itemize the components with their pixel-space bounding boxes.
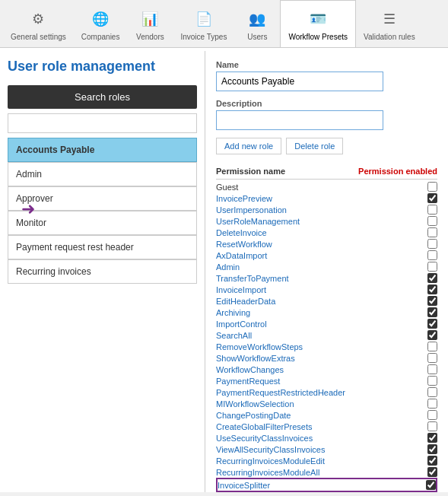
role-item-recurring-invoices[interactable]: Recurring invoices xyxy=(8,259,197,284)
nav-item-users[interactable]: 👥 Users xyxy=(234,1,280,47)
perm-checkbox-24[interactable] xyxy=(427,456,437,466)
perm-checkbox-25[interactable] xyxy=(427,467,437,477)
perm-row-26: InvoiceSplitter xyxy=(216,478,437,492)
delete-role-button[interactable]: Delete role xyxy=(286,138,343,154)
perm-checkbox-23[interactable] xyxy=(427,444,437,454)
perm-row-17: PaymentRequest xyxy=(216,375,437,386)
permissions-header: Permission name Permission enabled xyxy=(216,164,437,180)
perm-checkbox-13[interactable] xyxy=(427,330,437,340)
perm-name-24[interactable]: RecurringInvoicesModuleEdit xyxy=(216,456,325,466)
validation-rules-icon: ☰ xyxy=(377,7,402,31)
perm-checkbox-1[interactable] xyxy=(427,193,437,203)
perm-name-13[interactable]: SearchAll xyxy=(216,331,252,340)
perm-checkbox-6[interactable] xyxy=(427,250,437,260)
perm-name-10[interactable]: EditHeaderData xyxy=(216,297,275,306)
perm-row-6: AxDataImport xyxy=(216,250,437,261)
perm-checkbox-18[interactable] xyxy=(427,387,437,397)
nav-item-vendors[interactable]: 📊 Vendors xyxy=(127,1,173,47)
perm-row-1: InvoicePreview xyxy=(216,192,437,204)
perm-row-4: DeleteInvoice xyxy=(216,227,437,238)
perm-checkbox-20[interactable] xyxy=(427,410,437,420)
nav-item-validation-rules[interactable]: ☰ Validation rules xyxy=(356,1,423,47)
role-item-monitor[interactable]: Monitor xyxy=(8,211,197,235)
perm-row-9: InvoiceImport xyxy=(216,284,437,295)
perm-name-26[interactable]: InvoiceSplitter xyxy=(218,481,270,490)
perm-name-17[interactable]: PaymentRequest xyxy=(216,377,280,386)
perm-checkbox-9[interactable] xyxy=(427,285,437,294)
perm-name-8[interactable]: TransferToPayment xyxy=(216,274,289,283)
perm-name-16[interactable]: WorkflowChanges xyxy=(216,365,284,374)
perm-name-0: Guest xyxy=(216,183,238,192)
workflow-presets-icon: 🪪 xyxy=(306,7,330,31)
role-item-admin[interactable]: Admin xyxy=(8,162,197,186)
perm-name-14[interactable]: RemoveWorkflowSteps xyxy=(216,342,303,351)
nav-label-vendors: Vendors xyxy=(136,33,164,41)
invoice-types-icon: 📄 xyxy=(192,7,216,31)
perm-name-21[interactable]: CreateGlobalFilterPresets xyxy=(216,422,313,431)
perm-name-9[interactable]: InvoiceImport xyxy=(216,285,266,294)
perm-name-5[interactable]: ResetWorkflow xyxy=(216,240,272,249)
perm-row-24: RecurringInvoicesModuleEdit xyxy=(216,455,437,466)
perm-row-10: EditHeaderData xyxy=(216,295,437,307)
perm-row-0: Guest xyxy=(216,181,437,192)
perm-name-19[interactable]: MIWorkflowSelection xyxy=(216,399,294,409)
name-input[interactable] xyxy=(216,72,383,91)
perm-name-15[interactable]: ShowWorkflowExtras xyxy=(216,354,295,363)
role-item-payment-request[interactable]: Payment request rest header xyxy=(8,235,197,259)
nav-item-companies[interactable]: 🌐 Companies xyxy=(74,1,128,47)
add-new-role-button[interactable]: Add new role xyxy=(216,138,281,154)
nav-item-general-settings[interactable]: ⚙ General settings xyxy=(3,1,74,47)
perm-checkbox-16[interactable] xyxy=(427,364,437,374)
perm-checkbox-4[interactable] xyxy=(427,227,437,237)
nav-label-workflow-presets: Workflow Presets xyxy=(288,33,348,41)
perm-name-4[interactable]: DeleteInvoice xyxy=(216,228,267,237)
perm-name-2[interactable]: UserImpersonation xyxy=(216,205,287,215)
nav-label-general-settings: General settings xyxy=(11,33,66,41)
perm-checkbox-11[interactable] xyxy=(427,307,437,317)
perm-checkbox-22[interactable] xyxy=(427,433,437,443)
perm-checkbox-8[interactable] xyxy=(427,273,437,283)
perm-name-23[interactable]: ViewAllSecurityClassInvoices xyxy=(216,445,325,454)
nav-item-workflow-presets[interactable]: 🪪 Workflow Presets xyxy=(280,0,356,47)
perm-row-7: Admin xyxy=(216,261,437,272)
role-item-approver[interactable]: Approver xyxy=(8,186,197,211)
users-icon: 👥 xyxy=(245,7,269,31)
perm-name-12[interactable]: ImportControl xyxy=(216,320,267,329)
perm-checkbox-5[interactable] xyxy=(427,239,437,249)
search-input[interactable] xyxy=(8,113,197,133)
perm-name-1[interactable]: InvoicePreview xyxy=(216,194,272,203)
perm-row-15: ShowWorkflowExtras xyxy=(216,352,437,364)
perm-checkbox-0[interactable] xyxy=(427,182,437,192)
perm-name-7[interactable]: Admin xyxy=(216,262,240,272)
perm-checkbox-7[interactable] xyxy=(427,262,437,272)
perm-checkbox-26[interactable] xyxy=(426,480,436,490)
perm-checkbox-19[interactable] xyxy=(427,399,437,409)
description-input[interactable] xyxy=(216,110,383,130)
perm-checkbox-2[interactable] xyxy=(427,205,437,215)
search-roles-button[interactable]: Search roles xyxy=(8,85,197,109)
description-label: Description xyxy=(216,99,437,108)
vendors-icon: 📊 xyxy=(138,7,162,31)
perm-row-12: ImportControl xyxy=(216,318,437,329)
name-label: Name xyxy=(216,60,437,69)
nav-item-invoice-types[interactable]: 📄 Invoice Types xyxy=(173,1,234,47)
perm-checkbox-17[interactable] xyxy=(427,376,437,386)
perm-name-25[interactable]: RecurringInvoicesModuleAll xyxy=(216,468,319,477)
perm-checkbox-10[interactable] xyxy=(427,296,437,306)
perm-name-11[interactable]: Archiving xyxy=(216,308,250,317)
role-item-accounts-payable[interactable]: Accounts Payable xyxy=(8,138,197,162)
perm-checkbox-15[interactable] xyxy=(427,353,437,363)
perm-checkbox-3[interactable] xyxy=(427,216,437,226)
perm-name-3[interactable]: UserRoleManagement xyxy=(216,217,300,226)
perm-name-6[interactable]: AxDataImport xyxy=(216,251,267,260)
perm-name-22[interactable]: UseSecurityClassInvoices xyxy=(216,434,313,443)
roles-list: Accounts PayableAdminApproverMonitorPaym… xyxy=(8,138,197,284)
perm-name-18[interactable]: PaymentRequestRestrictedHeader xyxy=(216,388,345,397)
perm-checkbox-14[interactable] xyxy=(427,342,437,351)
perm-name-20[interactable]: ChangePostingDate xyxy=(216,411,291,420)
general-settings-icon: ⚙ xyxy=(26,7,50,31)
perm-row-8: TransferToPayment xyxy=(216,272,437,284)
perm-checkbox-21[interactable] xyxy=(427,421,437,431)
perm-checkbox-12[interactable] xyxy=(427,319,437,329)
perm-row-3: UserRoleManagement xyxy=(216,215,437,227)
